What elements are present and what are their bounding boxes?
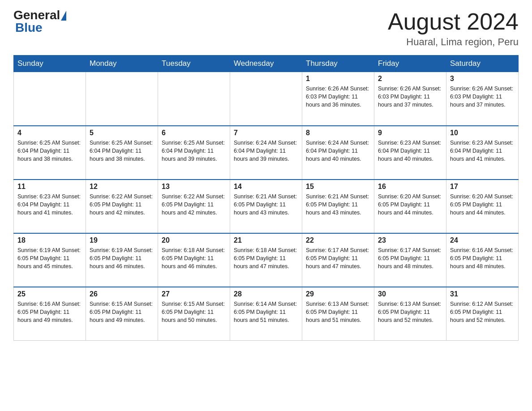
day-number: 12 — [90, 183, 154, 191]
day-number: 24 — [450, 236, 515, 244]
calendar-header-sunday: Sunday — [14, 56, 86, 72]
calendar-header-thursday: Thursday — [302, 56, 374, 72]
calendar-cell — [14, 72, 86, 126]
day-info-text: Sunrise: 6:13 AM Sunset: 6:05 PM Dayligh… — [306, 300, 370, 324]
calendar-cell: 12Sunrise: 6:22 AM Sunset: 6:05 PM Dayli… — [86, 180, 158, 233]
calendar-cell: 21Sunrise: 6:18 AM Sunset: 6:05 PM Dayli… — [230, 233, 302, 287]
calendar-cell: 5Sunrise: 6:25 AM Sunset: 6:04 PM Daylig… — [86, 126, 158, 180]
calendar-cell: 29Sunrise: 6:13 AM Sunset: 6:05 PM Dayli… — [302, 287, 374, 341]
calendar-cell: 22Sunrise: 6:17 AM Sunset: 6:05 PM Dayli… — [302, 233, 374, 287]
day-info-text: Sunrise: 6:26 AM Sunset: 6:03 PM Dayligh… — [450, 85, 515, 109]
logo-blue-text: Blue — [13, 21, 66, 34]
day-number: 14 — [234, 183, 298, 191]
day-number: 11 — [17, 183, 82, 191]
day-info-text: Sunrise: 6:26 AM Sunset: 6:03 PM Dayligh… — [378, 85, 442, 109]
calendar-cell: 8Sunrise: 6:24 AM Sunset: 6:04 PM Daylig… — [302, 126, 374, 180]
calendar-cell: 7Sunrise: 6:24 AM Sunset: 6:04 PM Daylig… — [230, 126, 302, 180]
day-info-text: Sunrise: 6:13 AM Sunset: 6:05 PM Dayligh… — [378, 300, 442, 324]
day-number: 15 — [306, 183, 370, 191]
day-info-text: Sunrise: 6:18 AM Sunset: 6:05 PM Dayligh… — [234, 246, 298, 270]
day-info-text: Sunrise: 6:24 AM Sunset: 6:04 PM Dayligh… — [234, 139, 298, 163]
calendar-cell: 31Sunrise: 6:12 AM Sunset: 6:05 PM Dayli… — [446, 287, 519, 341]
day-info-text: Sunrise: 6:17 AM Sunset: 6:05 PM Dayligh… — [306, 246, 370, 270]
day-number: 13 — [162, 183, 226, 191]
day-number: 4 — [17, 129, 82, 137]
calendar-week-row: 11Sunrise: 6:23 AM Sunset: 6:04 PM Dayli… — [14, 180, 519, 233]
calendar-cell: 23Sunrise: 6:17 AM Sunset: 6:05 PM Dayli… — [374, 233, 446, 287]
calendar-cell: 28Sunrise: 6:14 AM Sunset: 6:05 PM Dayli… — [230, 287, 302, 341]
day-info-text: Sunrise: 6:16 AM Sunset: 6:05 PM Dayligh… — [17, 300, 82, 324]
calendar-cell: 19Sunrise: 6:19 AM Sunset: 6:05 PM Dayli… — [86, 233, 158, 287]
calendar-header-wednesday: Wednesday — [230, 56, 302, 72]
calendar-cell: 10Sunrise: 6:23 AM Sunset: 6:04 PM Dayli… — [446, 126, 519, 180]
day-number: 26 — [90, 290, 154, 298]
calendar-header-friday: Friday — [374, 56, 446, 72]
day-number: 29 — [306, 290, 370, 298]
calendar-cell: 15Sunrise: 6:21 AM Sunset: 6:05 PM Dayli… — [302, 180, 374, 233]
calendar-cell: 13Sunrise: 6:22 AM Sunset: 6:05 PM Dayli… — [158, 180, 230, 233]
day-info-text: Sunrise: 6:23 AM Sunset: 6:04 PM Dayligh… — [378, 139, 442, 163]
title-block: August 2024 Huaral, Lima region, Peru — [388, 9, 519, 48]
location-text: Huaral, Lima region, Peru — [388, 36, 519, 48]
calendar-cell — [230, 72, 302, 126]
day-info-text: Sunrise: 6:25 AM Sunset: 6:04 PM Dayligh… — [17, 139, 82, 163]
calendar-cell: 4Sunrise: 6:25 AM Sunset: 6:04 PM Daylig… — [14, 126, 86, 180]
day-number: 19 — [90, 236, 154, 244]
calendar-cell: 9Sunrise: 6:23 AM Sunset: 6:04 PM Daylig… — [374, 126, 446, 180]
day-info-text: Sunrise: 6:17 AM Sunset: 6:05 PM Dayligh… — [378, 246, 442, 270]
calendar-cell: 24Sunrise: 6:16 AM Sunset: 6:05 PM Dayli… — [446, 233, 519, 287]
calendar-cell: 2Sunrise: 6:26 AM Sunset: 6:03 PM Daylig… — [374, 72, 446, 126]
day-number: 22 — [306, 236, 370, 244]
logo: General Blue — [13, 9, 66, 34]
calendar-cell: 14Sunrise: 6:21 AM Sunset: 6:05 PM Dayli… — [230, 180, 302, 233]
month-title: August 2024 — [388, 9, 519, 34]
logo-general-text: General — [13, 9, 60, 21]
day-number: 7 — [234, 129, 298, 137]
day-info-text: Sunrise: 6:24 AM Sunset: 6:04 PM Dayligh… — [306, 139, 370, 163]
day-info-text: Sunrise: 6:20 AM Sunset: 6:05 PM Dayligh… — [378, 193, 442, 217]
day-number: 18 — [17, 236, 82, 244]
day-info-text: Sunrise: 6:25 AM Sunset: 6:04 PM Dayligh… — [90, 139, 154, 163]
day-info-text: Sunrise: 6:15 AM Sunset: 6:05 PM Dayligh… — [90, 300, 154, 324]
day-info-text: Sunrise: 6:20 AM Sunset: 6:05 PM Dayligh… — [450, 193, 515, 217]
day-number: 8 — [306, 129, 370, 137]
calendar-week-row: 18Sunrise: 6:19 AM Sunset: 6:05 PM Dayli… — [14, 233, 519, 287]
calendar-header-monday: Monday — [86, 56, 158, 72]
calendar-header-tuesday: Tuesday — [158, 56, 230, 72]
day-info-text: Sunrise: 6:21 AM Sunset: 6:05 PM Dayligh… — [306, 193, 370, 217]
day-info-text: Sunrise: 6:23 AM Sunset: 6:04 PM Dayligh… — [450, 139, 515, 163]
calendar-cell: 11Sunrise: 6:23 AM Sunset: 6:04 PM Dayli… — [14, 180, 86, 233]
day-info-text: Sunrise: 6:19 AM Sunset: 6:05 PM Dayligh… — [90, 246, 154, 270]
calendar-cell: 25Sunrise: 6:16 AM Sunset: 6:05 PM Dayli… — [14, 287, 86, 341]
calendar-cell: 3Sunrise: 6:26 AM Sunset: 6:03 PM Daylig… — [446, 72, 519, 126]
calendar-cell: 17Sunrise: 6:20 AM Sunset: 6:05 PM Dayli… — [446, 180, 519, 233]
calendar-header-saturday: Saturday — [446, 56, 519, 72]
calendar-cell: 27Sunrise: 6:15 AM Sunset: 6:05 PM Dayli… — [158, 287, 230, 341]
day-number: 16 — [378, 183, 442, 191]
day-number: 3 — [450, 75, 515, 83]
day-info-text: Sunrise: 6:19 AM Sunset: 6:05 PM Dayligh… — [17, 246, 82, 270]
day-number: 1 — [306, 75, 370, 83]
day-number: 10 — [450, 129, 515, 137]
day-number: 21 — [234, 236, 298, 244]
day-number: 17 — [450, 183, 515, 191]
day-info-text: Sunrise: 6:22 AM Sunset: 6:05 PM Dayligh… — [90, 193, 154, 217]
logo-triangle-icon — [61, 11, 66, 21]
day-info-text: Sunrise: 6:26 AM Sunset: 6:03 PM Dayligh… — [306, 85, 370, 109]
day-number: 27 — [162, 290, 226, 298]
calendar-header-row: SundayMondayTuesdayWednesdayThursdayFrid… — [14, 56, 519, 72]
calendar-table: SundayMondayTuesdayWednesdayThursdayFrid… — [13, 55, 519, 341]
day-info-text: Sunrise: 6:21 AM Sunset: 6:05 PM Dayligh… — [234, 193, 298, 217]
calendar-cell: 18Sunrise: 6:19 AM Sunset: 6:05 PM Dayli… — [14, 233, 86, 287]
day-number: 28 — [234, 290, 298, 298]
day-number: 5 — [90, 129, 154, 137]
calendar-week-row: 4Sunrise: 6:25 AM Sunset: 6:04 PM Daylig… — [14, 126, 519, 180]
day-number: 20 — [162, 236, 226, 244]
day-number: 2 — [378, 75, 442, 83]
day-number: 30 — [378, 290, 442, 298]
day-number: 31 — [450, 290, 515, 298]
day-number: 23 — [378, 236, 442, 244]
day-info-text: Sunrise: 6:23 AM Sunset: 6:04 PM Dayligh… — [17, 193, 82, 217]
calendar-week-row: 1Sunrise: 6:26 AM Sunset: 6:03 PM Daylig… — [14, 72, 519, 126]
day-number: 6 — [162, 129, 226, 137]
